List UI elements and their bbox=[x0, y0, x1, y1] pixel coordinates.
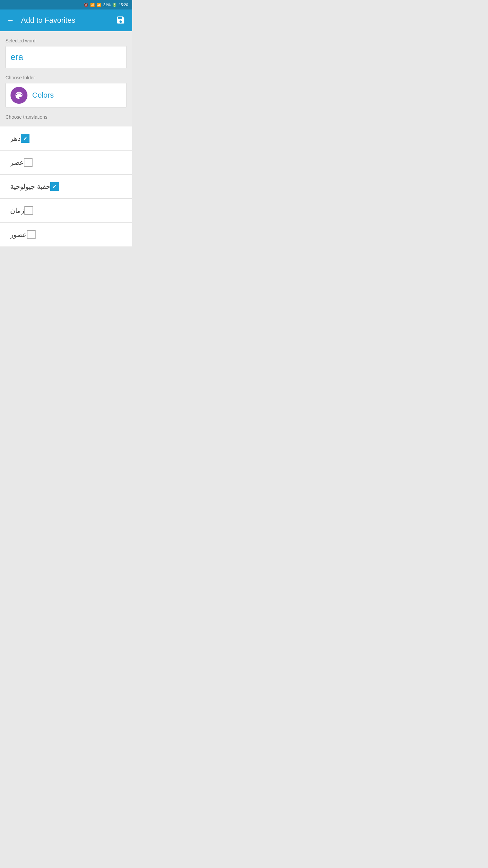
save-button[interactable] bbox=[115, 14, 127, 27]
translation-text: زمان bbox=[10, 206, 24, 215]
choose-folder-label: Choose folder bbox=[5, 75, 127, 80]
translation-checkbox[interactable] bbox=[24, 206, 33, 215]
translation-checkbox[interactable] bbox=[27, 230, 36, 239]
translation-item[interactable]: دهر bbox=[0, 126, 132, 151]
status-bar: 🔇 📶 📶 21% 🔋 15:20 bbox=[0, 0, 132, 9]
app-bar: ← Add to Favorites bbox=[0, 9, 132, 31]
palette-icon bbox=[14, 91, 24, 100]
translation-item[interactable]: حقبة جيولوجية bbox=[0, 175, 132, 199]
back-button[interactable]: ← bbox=[5, 15, 16, 26]
wifi-icon: 📶 bbox=[90, 3, 95, 7]
translation-text: دهر bbox=[10, 134, 21, 142]
choose-translations-label: Choose translations bbox=[5, 114, 127, 120]
selected-word-label: Selected word bbox=[5, 38, 127, 43]
translation-text: حقبة جيولوجية bbox=[10, 182, 50, 191]
time-text: 15:20 bbox=[119, 3, 128, 7]
signal-icon: 📶 bbox=[97, 3, 101, 7]
folder-selector[interactable]: Colors bbox=[5, 83, 127, 107]
battery-text: 21% bbox=[103, 3, 110, 7]
battery-icon: 🔋 bbox=[112, 3, 117, 7]
translation-checkbox[interactable] bbox=[24, 158, 33, 167]
translation-item[interactable]: زمان bbox=[0, 199, 132, 223]
translation-item[interactable]: عصور bbox=[0, 223, 132, 247]
page-title: Add to Favorites bbox=[21, 16, 75, 25]
save-icon bbox=[116, 15, 125, 25]
mute-icon: 🔇 bbox=[84, 3, 88, 7]
translation-text: عصور bbox=[10, 231, 27, 239]
translations-list: دهرعصرحقبة جيولوجيةزمانعصور bbox=[0, 126, 132, 247]
app-bar-left: ← Add to Favorites bbox=[5, 15, 75, 26]
folder-name: Colors bbox=[32, 91, 54, 100]
translation-text: عصر bbox=[10, 158, 24, 166]
status-icons: 🔇 📶 📶 21% 🔋 15:20 bbox=[84, 3, 128, 7]
translation-checkbox[interactable] bbox=[50, 182, 59, 191]
translation-item[interactable]: عصر bbox=[0, 151, 132, 175]
back-icon: ← bbox=[7, 16, 14, 24]
selected-word-input[interactable] bbox=[5, 46, 127, 68]
translation-checkbox[interactable] bbox=[21, 134, 29, 143]
folder-icon-circle bbox=[11, 87, 27, 104]
content-area: Selected word Choose folder Colors Choos… bbox=[0, 31, 132, 126]
